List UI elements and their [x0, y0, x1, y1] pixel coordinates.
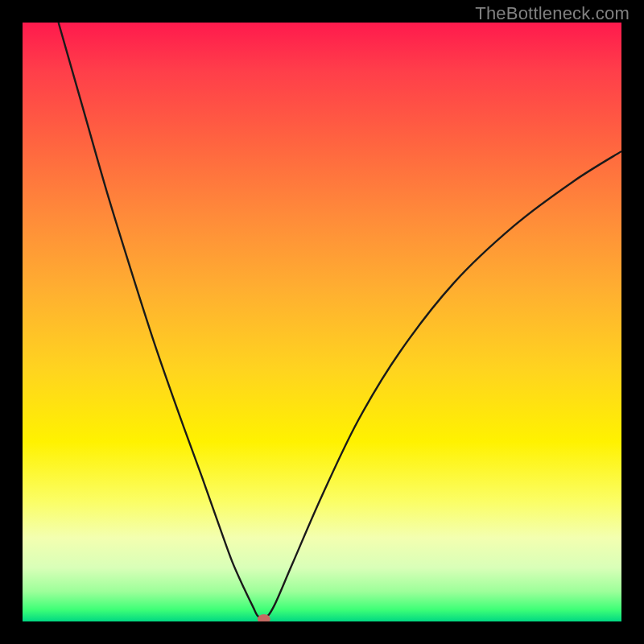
bottleneck-curve	[59, 23, 621, 618]
plot-area	[23, 23, 621, 621]
watermark-text: TheBottleneck.com	[475, 3, 630, 24]
chart-container: TheBottleneck.com	[0, 0, 644, 644]
curve-layer	[23, 23, 621, 621]
